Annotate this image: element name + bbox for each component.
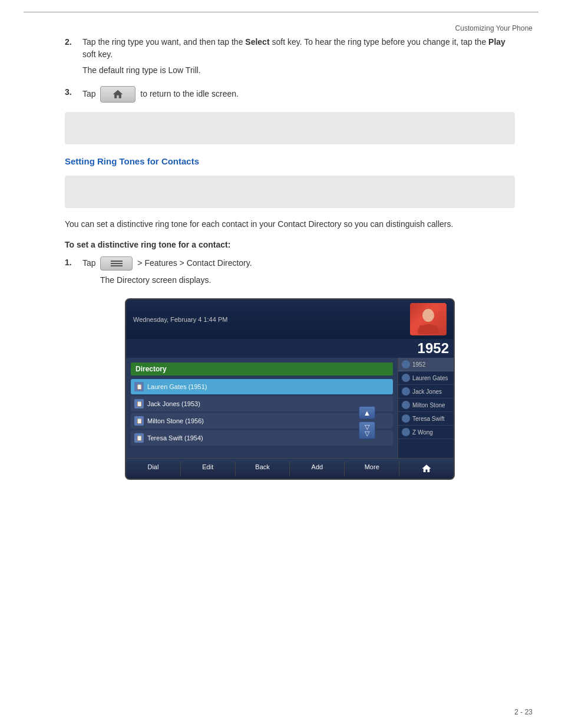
sidebar-label-5: Z Wong	[412, 429, 433, 436]
svg-point-0	[422, 309, 434, 322]
step-3-number: 3.	[65, 86, 82, 97]
avatar-silhouette	[414, 305, 443, 334]
step-2-bold1: Select	[245, 37, 269, 47]
phone-sidebar: 1952 Lauren Gates Jack Jones Milton Ston…	[398, 358, 454, 458]
step-3-before: Tap	[82, 89, 96, 98]
sidebar-label-1: Lauren Gates	[412, 375, 448, 381]
phone-status-time: Wednesday, February 4 1:44 PM	[133, 316, 227, 323]
step-1b-block: 1. Tap > Features > Contact Directory. T…	[65, 256, 515, 286]
sidebar-item-3[interactable]: Milton Stone	[398, 398, 454, 412]
softkey-back[interactable]: Back	[236, 461, 290, 476]
contact-row-2[interactable]: 📋 Milton Stone (1956)	[131, 413, 393, 429]
step-2-text3: soft key.	[82, 50, 113, 59]
step-2-bold2: Play	[488, 37, 505, 47]
step-3-after: to return to the idle screen.	[140, 89, 239, 98]
sidebar-icon-3	[402, 401, 410, 409]
sidebar-icon-2	[402, 387, 410, 396]
sidebar-icon-4	[402, 414, 410, 423]
instruction-heading: To set a distinctive ring tone for a con…	[65, 240, 515, 249]
step-1b-sub: The Directory screen displays.	[100, 274, 515, 286]
directory-header: Directory	[131, 363, 393, 375]
top-rule	[24, 12, 538, 12]
phone-ext-bar: 1952	[126, 339, 454, 358]
step-3-block: 3. Tap to return to the idle screen.	[65, 86, 515, 103]
phone-contact-list: Directory 📋 Lauren Gates (1951) 📋 Jack J…	[126, 358, 398, 458]
down-arrow-btn[interactable]: ▽ ▽	[359, 421, 375, 439]
step-2-text: Tap the ring type you want, and then tap…	[82, 36, 515, 77]
contact-name-2: Milton Stone (1956)	[147, 417, 204, 424]
sidebar-icon-1	[402, 374, 410, 382]
phone-main-area: Directory 📋 Lauren Gates (1951) 📋 Jack J…	[126, 358, 454, 458]
sidebar-item-1[interactable]: Lauren Gates	[398, 371, 454, 385]
step-2-text2: soft key. To hear the ring type before y…	[270, 37, 489, 47]
sidebar-item-5[interactable]: Z Wong	[398, 426, 454, 439]
home-button-step3[interactable]	[100, 86, 135, 103]
page-header: Customizing Your Phone	[0, 24, 562, 32]
step-1b-after: > Features > Contact Directory.	[137, 258, 252, 268]
sidebar-item-4[interactable]: Teresa Swift	[398, 412, 454, 426]
step-1b-text: Tap > Features > Contact Directory. The …	[82, 256, 515, 286]
softkey-edit[interactable]: Edit	[181, 461, 236, 476]
step-1b-number: 1.	[65, 256, 82, 267]
menu-lines-icon	[111, 259, 123, 268]
contact-icon-2: 📋	[134, 416, 144, 426]
nav-arrows: ▲ ▽ ▽	[359, 406, 375, 439]
contact-icon-0: 📋	[134, 382, 144, 391]
step-1b-before: Tap	[82, 258, 96, 268]
softkey-more[interactable]: More	[345, 461, 399, 476]
softkey-add[interactable]: Add	[290, 461, 345, 476]
gray-box-2	[65, 176, 515, 208]
sidebar-icon-0	[402, 360, 410, 368]
step-2-number: 2.	[65, 36, 82, 47]
sidebar-icon-5	[402, 428, 410, 436]
step-2-note: The default ring type is Low Trill.	[82, 64, 515, 77]
contact-icon-1: 📋	[134, 399, 144, 409]
page-container: Customizing Your Phone 2. Tap the ring t…	[0, 0, 562, 728]
sidebar-label-4: Teresa Swift	[412, 416, 444, 422]
home-icon	[112, 88, 124, 100]
body-text: You can set a distinctive ring tone for …	[65, 218, 515, 230]
svg-rect-2	[419, 325, 437, 334]
phone-extension: 1952	[418, 340, 449, 356]
step-3-text: Tap to return to the idle screen.	[82, 86, 515, 103]
contact-row-3[interactable]: 📋 Teresa Swift (1954)	[131, 430, 393, 446]
contact-name-0: Lauren Gates (1951)	[147, 383, 207, 390]
avatar	[410, 303, 447, 335]
content-area: 2. Tap the ring type you want, and then …	[0, 36, 562, 480]
down-arrow-icon2: ▽	[365, 430, 369, 437]
menu-button-step1[interactable]	[100, 256, 133, 271]
step-2-block: 2. Tap the ring type you want, and then …	[65, 36, 515, 77]
sidebar-item-0[interactable]: 1952	[398, 358, 454, 371]
section-heading[interactable]: Setting Ring Tones for Contacts	[65, 156, 515, 166]
sidebar-label-0: 1952	[412, 361, 425, 368]
softkey-dial[interactable]: Dial	[126, 461, 181, 476]
contact-name-1: Jack Jones (1953)	[147, 400, 200, 407]
contact-icon-3: 📋	[134, 433, 144, 443]
step-2-text1: Tap the ring type you want, and then tap…	[82, 37, 245, 47]
phone-status-bar: Wednesday, February 4 1:44 PM	[126, 299, 454, 339]
page-number: 2 - 23	[514, 708, 533, 716]
sidebar-label-2: Jack Jones	[412, 388, 442, 395]
contact-row-1[interactable]: 📋 Jack Jones (1953)	[131, 396, 393, 411]
sidebar-label-3: Milton Stone	[412, 402, 445, 409]
up-arrow-btn[interactable]: ▲	[359, 406, 375, 419]
softkey-bar: Dial Edit Back Add More	[126, 458, 454, 479]
sidebar-item-2[interactable]: Jack Jones	[398, 385, 454, 398]
phone-avatar-container	[410, 303, 447, 335]
softkey-home[interactable]	[399, 461, 454, 476]
contact-name-3: Teresa Swift (1954)	[147, 434, 203, 442]
contact-row-0[interactable]: 📋 Lauren Gates (1951)	[131, 379, 393, 394]
spacer: ▲ ▽ ▽	[131, 447, 393, 453]
home-softkey-icon	[421, 463, 432, 474]
phone-screen: Wednesday, February 4 1:44 PM 1952	[125, 298, 455, 480]
gray-box-1	[65, 112, 515, 144]
